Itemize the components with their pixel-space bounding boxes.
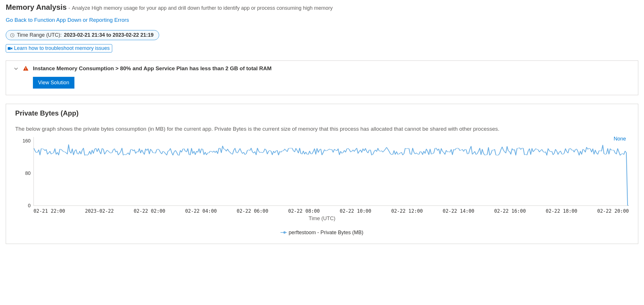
x-axis-label: Time (UTC) <box>15 216 629 222</box>
svg-rect-3 <box>25 69 26 70</box>
chart-description: The below graph shows the private bytes … <box>15 125 629 133</box>
y-tick: 80 <box>25 171 31 176</box>
learn-link-label: Learn how to troubleshoot memory issues <box>14 45 110 51</box>
time-range-value: 2023-02-21 21:34 to 2023-02-22 21:19 <box>64 32 153 38</box>
x-tick: 02-21 22:00 <box>33 208 65 214</box>
page-subtitle: Analyze High memory usage for your app a… <box>72 5 333 11</box>
x-tick: 02-22 06:00 <box>237 208 268 214</box>
y-axis: 160 80 0 <box>15 137 33 206</box>
insight-card: Instance Memory Consumption > 80% and Ap… <box>6 60 638 95</box>
time-range-prefix: Time Range (UTC): <box>17 32 62 38</box>
y-tick: 0 <box>28 203 31 209</box>
back-link[interactable]: Go Back to Function App Down or Reportin… <box>6 17 129 23</box>
x-tick: 02-22 02:00 <box>134 208 165 214</box>
x-tick: 02-22 04:00 <box>185 208 217 214</box>
insight-title: Instance Memory Consumption > 80% and Ap… <box>33 65 272 72</box>
x-tick: 02-22 16:00 <box>494 208 526 214</box>
time-range-selector[interactable]: Time Range (UTC): 2023-02-21 21:34 to 20… <box>6 30 159 40</box>
chart-title: Private Bytes (App) <box>15 109 629 117</box>
chart-card: Private Bytes (App) The below graph show… <box>6 104 638 244</box>
x-tick: 02-22 12:00 <box>391 208 423 214</box>
x-tick: 02-22 08:00 <box>288 208 320 214</box>
chart-zone: None 160 80 0 02-21 22:002023-02-2202-22… <box>15 137 629 236</box>
svg-rect-2 <box>25 67 26 69</box>
legend-swatch <box>280 231 286 234</box>
view-solution-button[interactable]: View Solution <box>33 77 74 89</box>
line-chart <box>34 137 629 206</box>
plot-area[interactable] <box>33 137 629 206</box>
page-header: Memory Analysis - Analyze High memory us… <box>6 3 638 12</box>
video-icon <box>8 46 12 50</box>
page-title: Memory Analysis <box>6 3 67 12</box>
learn-link[interactable]: Learn how to troubleshoot memory issues <box>6 44 112 52</box>
y-tick: 160 <box>23 138 31 144</box>
legend-series-label: perftestoom - Private Bytes (MB) <box>289 230 363 236</box>
x-axis: 02-21 22:002023-02-2202-22 02:0002-22 04… <box>33 206 629 214</box>
x-tick: 02-22 20:00 <box>597 208 629 214</box>
clock-icon <box>10 33 15 38</box>
svg-rect-1 <box>8 47 11 50</box>
x-tick: 02-22 18:00 <box>546 208 577 214</box>
chart-legend: perftestoom - Private Bytes (MB) <box>15 230 629 236</box>
x-tick: 02-22 10:00 <box>340 208 371 214</box>
x-tick: 02-22 14:00 <box>443 208 474 214</box>
chevron-down-icon[interactable] <box>13 66 19 71</box>
x-tick: 2023-02-22 <box>85 208 114 214</box>
warning-icon <box>23 65 29 72</box>
title-separator: - <box>68 5 70 11</box>
